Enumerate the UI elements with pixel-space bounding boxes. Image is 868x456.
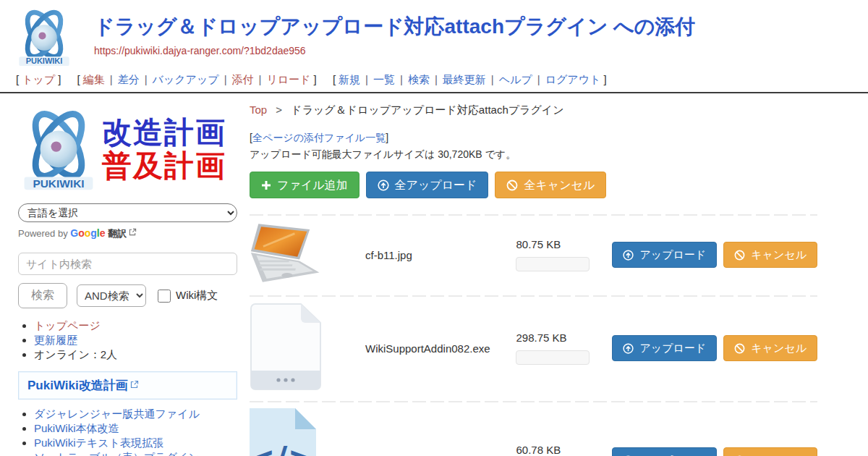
nav-reload[interactable]: リロード [266,73,310,85]
toolbar-nav: [トップ] [編集|差分|バックアップ|添付|リロード] [新規|一覧|検索|最… [0,69,868,92]
nav-search[interactable]: 検索 [408,73,430,85]
file-name: cf-b11.jpg [365,249,516,261]
sidebar-list-top: トップページ 更新履歴 オンライン：2人 [18,320,239,360]
upload-circle-icon [623,343,634,354]
max-upload-size-text: アップロード可能最大ファイルサイズは 30,720KB です。 [250,148,817,161]
pukiwiki-logo-icon[interactable]: PUKIWIKI [13,6,75,69]
nav-edit[interactable]: 編集 [83,73,105,85]
sidebar-section-link[interactable]: PukiWiki改造計画 [27,379,128,392]
sidebar-item-online-count: オンライン：2人 [34,349,239,361]
ban-icon [734,250,745,261]
sidebar-item-sort-table: ソートテーブル（表）プラグイン [34,452,239,456]
wiki-syntax-label: Wiki構文 [176,289,218,303]
upload-queue: cf-b11.jpg 80.75 KB アップロード キャンセル [250,214,817,456]
wiki-syntax-checkbox[interactable] [158,290,171,303]
nav-diff[interactable]: 差分 [118,73,140,85]
ban-icon [506,180,518,191]
sidebar: PUKIWIKI 改造計画 普及計画 言語を選択 Powered by Goog… [0,93,239,456]
file-row: cf-b11.jpg 80.75 KB アップロード キャンセル [250,214,817,295]
file-row: WikiSupportAddin082.exe 298.75 KB アップロード… [250,295,817,401]
bulk-actions: ファイル追加 全アップロード 全キャンセル [250,172,817,198]
bracket: [ [16,73,19,85]
nav-attach[interactable]: 添付 [232,73,254,85]
cancel-button[interactable]: キャンセル [723,335,817,361]
file-size: 60.78 KB [516,444,599,456]
upload-all-button[interactable]: 全アップロード [366,172,489,198]
nav-top[interactable]: トップ [22,73,55,85]
sidebar-item-recent-changes: 更新履歴 [34,334,239,347]
nav-new[interactable]: 新規 [339,73,360,85]
file-name: WikiSupportAddin082.exe [365,342,516,355]
nav-help[interactable]: ヘルプ [499,73,532,85]
sidebar-item-core-mod: PukiWiki本体改造 [34,423,239,435]
file-size: 80.75 KB [516,238,599,250]
page-url-link[interactable]: https://pukiwiki.dajya-ranger.com/?1bd2d… [94,45,306,56]
language-select[interactable]: 言語を選択 [18,203,237,222]
sidebar-section-header: PukiWiki改造計画 [18,371,237,400]
nav-backup[interactable]: バックアップ [153,73,219,85]
upload-circle-icon [623,250,634,261]
breadcrumb-home[interactable]: Top [250,104,267,116]
external-link-icon [129,227,137,238]
banner-line2: 普及計画 [102,150,226,183]
add-files-button[interactable]: ファイル追加 [250,172,359,198]
page-title: ドラッグ＆ドロップアップロード対応attachプラグイン への添付 [94,16,695,38]
upload-button[interactable]: アップロード [612,447,717,456]
google-logo: Google [70,227,105,239]
cancel-button[interactable]: キャンセル [723,447,817,456]
main-content: Top > ドラッグ＆ドロップアップロード対応attachプラグイン [全ページ… [239,93,868,456]
pukiwiki-banner-atom-icon: PUKIWIKI [18,104,99,196]
external-link-icon [130,379,139,392]
laptop-photo-thumbnail [250,221,325,285]
site-search-input[interactable] [18,253,237,275]
file-size: 298.75 KB [516,332,599,344]
html-code-file-icon: </> [250,408,316,456]
generic-file-icon [250,303,322,391]
nav-list[interactable]: 一覧 [373,73,395,85]
plus-icon [261,180,271,190]
search-mode-select[interactable]: AND検索 [77,284,146,307]
upload-button[interactable]: アップロード [612,335,717,361]
page-header: PUKIWIKI ドラッグ＆ドロップアップロード対応attachプラグイン への… [0,0,868,93]
file-row: </> contents.html 60.78 KB アップロード キャンセル [250,401,817,456]
search-button[interactable]: 検索 [18,283,67,308]
nav-logout[interactable]: ログアウト [545,73,601,85]
upload-progress-bar [516,350,590,365]
all-attachments-link[interactable]: 全ページの添付ファイル一覧 [252,132,386,143]
cancel-button[interactable]: キャンセル [723,242,817,268]
translate-link[interactable]: 翻訳 [108,228,127,239]
sidebar-item-common-files: ダジャレンジャー版共通ファイル [34,408,239,421]
nav-recent[interactable]: 最終更新 [443,73,486,85]
logo-wordmark: PUKIWIKI [26,56,63,65]
sidebar-item-top-page: トップページ [34,320,239,332]
ban-icon [734,343,745,354]
svg-text:</>: </> [250,439,315,456]
cancel-all-button[interactable]: 全キャンセル [495,172,606,198]
upload-button[interactable]: アップロード [612,242,717,268]
sidebar-item-text-ext: PukiWikiテキスト表現拡張 [34,437,239,449]
breadcrumb: Top > ドラッグ＆ドロップアップロード対応attachプラグイン [250,104,817,117]
breadcrumb-current: ドラッグ＆ドロップアップロード対応attachプラグイン [291,104,563,116]
sidebar-list-plugins: ダジャレンジャー版共通ファイル PukiWiki本体改造 PukiWikiテキス… [18,408,239,456]
banner-wordmark: PUKIWIKI [33,177,84,190]
upload-progress-bar [516,257,590,271]
upload-circle-icon [378,180,389,191]
banner-line1: 改造計画 [102,117,226,150]
google-translate-attribution: Powered by Google 翻訳 [18,227,239,240]
sidebar-banner[interactable]: PUKIWIKI 改造計画 普及計画 [18,104,239,196]
